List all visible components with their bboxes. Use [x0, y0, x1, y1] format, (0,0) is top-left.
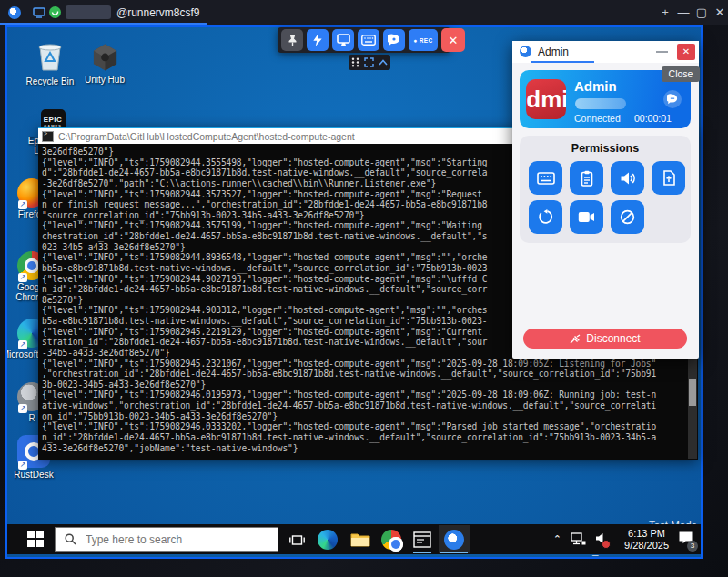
session-id-redacted — [66, 5, 111, 19]
peer-id-redacted — [575, 98, 626, 109]
keyboard-button[interactable] — [358, 29, 379, 51]
edge-icon — [318, 530, 338, 550]
start-button[interactable] — [27, 531, 44, 547]
taskbar-chrome-button[interactable] — [380, 529, 402, 551]
connection-status-icon — [49, 6, 61, 18]
block-input-permission-button[interactable] — [611, 200, 644, 234]
desktop-icon-label: RustDesk — [5, 470, 66, 480]
record-label: REC — [420, 37, 433, 44]
active-tab-indicator — [531, 61, 594, 63]
close-session-button[interactable]: ✕ — [441, 28, 465, 52]
disconnect-button[interactable]: Disconnect — [523, 329, 687, 349]
connection-duration: 00:00:01 — [634, 113, 672, 124]
taskbar-console-app-button[interactable] — [411, 529, 433, 551]
close-tooltip: Close — [662, 66, 700, 82]
unity-hub-icon — [91, 42, 119, 71]
taskbar-explorer-button[interactable] — [349, 529, 371, 551]
restart-icon — [538, 209, 553, 225]
recording-permission-button[interactable] — [570, 200, 603, 234]
fullscreen-icon[interactable] — [364, 57, 374, 67]
console-log-line: on_id":"75bb913b-0023-34b5-a433-3e26df8e… — [42, 411, 698, 422]
console-log-line: ative-windows","orchestration_id":"28bfd… — [42, 400, 698, 411]
console-log-line: {"level":"INFO","ts":1759082946.0333202,… — [42, 421, 698, 432]
session-tab-label[interactable]: @runnervm8csf9 — [116, 6, 200, 19]
console-scrollbar-thumb[interactable] — [689, 379, 696, 406]
minimize-button[interactable]: — — [675, 5, 692, 19]
clipboard-icon — [581, 170, 593, 187]
admin-titlebar[interactable]: Admin ✕ — [512, 41, 699, 63]
new-tab-button[interactable]: + — [657, 5, 673, 19]
desktop-icon-unity-hub[interactable]: Unity Hub — [73, 42, 136, 85]
peer-avatar: Admin — [526, 79, 566, 119]
chat-bubble-icon — [667, 94, 678, 105]
search-icon — [65, 533, 76, 545]
tray-chevron-icon[interactable]: ⌃ — [553, 533, 561, 545]
admin-tab-label[interactable]: Admin — [538, 46, 569, 58]
taskbar-edge-button[interactable] — [317, 529, 339, 551]
file-upload-icon — [662, 170, 675, 186]
notification-count-badge: 3 — [687, 541, 698, 552]
monitor-icon[interactable] — [33, 7, 46, 18]
close-button[interactable]: ✕ — [712, 5, 728, 19]
audio-permission-button[interactable] — [611, 161, 644, 195]
windows-taskbar: ⌃ 6:13 PM 9/28/2025 3 — [7, 524, 701, 554]
volume-muted-icon[interactable] — [595, 531, 608, 548]
shortcut-arrow-icon: ↗ — [18, 404, 27, 413]
clipboard-permission-button[interactable] — [570, 161, 603, 195]
chrome-icon — [381, 530, 401, 550]
lightning-icon — [312, 34, 323, 46]
desktop-icon-label: Unity Hub — [73, 75, 136, 85]
grid-menu-icon[interactable] — [351, 57, 359, 67]
admin-control-window: Admin ✕ Admin Admin Connected 00:00:01 P… — [512, 41, 699, 359]
permissions-title: Permissions — [520, 142, 691, 155]
taskbar-rustdesk-button[interactable] — [439, 525, 470, 553]
disconnect-label: Disconnect — [586, 332, 640, 345]
peer-name: Admin — [574, 78, 617, 94]
keyboard-icon — [361, 35, 376, 46]
speaker-icon — [620, 171, 636, 186]
task-view-button[interactable] — [286, 529, 308, 551]
console-log-line: {"level":"INFO","ts":1759082946.0195973,… — [42, 390, 698, 400]
shortcut-arrow-icon: ↗ — [18, 200, 27, 209]
maximize-button[interactable]: ▢ — [693, 5, 710, 19]
shortcut-arrow-icon: ↗ — [18, 340, 27, 349]
actions-button[interactable] — [307, 29, 329, 51]
chat-bubble-icon — [388, 34, 400, 46]
pin-toolbar-button[interactable] — [281, 29, 303, 51]
system-tray: ⌃ 6:13 PM 9/28/2025 3 — [553, 524, 701, 554]
chat-peer-button[interactable] — [663, 90, 682, 108]
console-log-line: 3b-0023-34b5-a433-3e26df8e5270"} — [42, 380, 698, 390]
permissions-panel: Permissions — [520, 136, 691, 243]
rustdesk-icon — [444, 530, 464, 550]
restart-permission-button[interactable] — [529, 200, 562, 234]
admin-close-button[interactable]: ✕ — [677, 44, 695, 60]
cmd-icon — [42, 131, 54, 142]
running-app-indicator — [413, 552, 431, 553]
rustdesk-logo-icon — [520, 46, 531, 57]
rustdesk-logo-icon — [8, 6, 21, 19]
tray-time: 6:13 PM — [624, 528, 669, 540]
shortcut-arrow-icon: ↗ — [18, 461, 27, 470]
console-log-line: ,"orchestration_id":"28bfdde1-de24-4657-… — [42, 369, 698, 380]
recycle-bin-icon — [35, 40, 65, 73]
display-button[interactable] — [332, 29, 354, 51]
admin-minimize-button[interactable] — [656, 51, 668, 53]
keyboard-permission-button[interactable] — [529, 161, 562, 195]
video-camera-icon — [578, 211, 595, 223]
record-button[interactable]: ● REC — [409, 29, 438, 51]
console-title: C:\ProgramData\GitHub\HostedComputeAgent… — [58, 131, 355, 142]
network-icon[interactable] — [571, 532, 586, 546]
chevron-up-icon[interactable] — [379, 59, 388, 66]
search-input[interactable] — [84, 532, 251, 547]
active-tab-indicator — [0, 23, 207, 25]
chat-button[interactable] — [383, 29, 405, 51]
monitor-icon — [337, 34, 350, 46]
task-view-icon — [289, 533, 305, 547]
file-transfer-permission-button[interactable] — [652, 161, 685, 195]
action-center-button[interactable]: 3 — [678, 531, 693, 548]
block-icon — [620, 209, 635, 225]
tray-clock[interactable]: 6:13 PM 9/28/2025 — [624, 528, 669, 552]
mute-badge — [602, 540, 611, 549]
console-log-line: 433-3e26df8e5270","jobName":"test-native… — [42, 443, 698, 454]
taskbar-search[interactable] — [55, 527, 278, 552]
